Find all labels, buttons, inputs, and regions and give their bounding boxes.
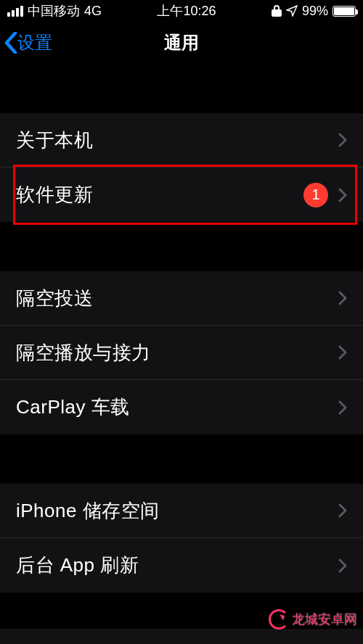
chevron-right-icon xyxy=(338,558,347,574)
battery-icon xyxy=(333,6,356,17)
settings-group: 隔空投送隔空播放与接力CarPlay 车载 xyxy=(0,271,363,434)
row-right xyxy=(338,503,347,519)
carrier-label: 中国移动 xyxy=(28,2,80,20)
row-right xyxy=(338,400,347,416)
group-gap xyxy=(0,222,363,271)
battery-percent: 99% xyxy=(302,4,328,19)
group-gap xyxy=(0,434,363,484)
row-right xyxy=(338,344,347,360)
row-label: 软件更新 xyxy=(16,182,93,207)
back-label: 设置 xyxy=(17,31,52,54)
status-bar: 中国移动 4G 上午10:26 99% xyxy=(0,0,363,22)
row-right xyxy=(338,558,347,574)
watermark-text: 龙城安卓网 xyxy=(292,611,357,628)
status-left: 中国移动 4G xyxy=(7,2,102,20)
signal-icon xyxy=(7,6,23,17)
nav-header: 设置 通用 xyxy=(0,22,363,64)
chevron-right-icon xyxy=(338,187,347,203)
settings-row[interactable]: 日期与时间 xyxy=(0,629,363,644)
row-label: iPhone 储存空间 xyxy=(16,498,160,524)
chevron-right-icon xyxy=(338,503,347,519)
chevron-left-icon xyxy=(4,32,17,54)
settings-row[interactable]: CarPlay 车载 xyxy=(0,380,363,434)
back-button[interactable]: 设置 xyxy=(4,31,52,54)
group-gap xyxy=(0,64,363,113)
row-label: 隔空播放与接力 xyxy=(16,340,151,366)
status-right: 99% xyxy=(272,4,356,19)
watermark-icon xyxy=(269,609,289,629)
watermark: 龙城安卓网 xyxy=(269,609,357,629)
row-label: 后台 App 刷新 xyxy=(16,553,139,578)
chevron-right-icon xyxy=(338,132,347,148)
settings-row[interactable]: 隔空投送 xyxy=(0,271,363,326)
settings-row[interactable]: iPhone 储存空间 xyxy=(0,484,363,538)
page-title: 通用 xyxy=(164,31,199,54)
settings-row[interactable]: 软件更新1 xyxy=(0,168,363,222)
row-right xyxy=(338,132,347,148)
row-label: 关于本机 xyxy=(16,128,93,153)
row-right: 1 xyxy=(303,183,347,207)
chevron-right-icon xyxy=(338,400,347,416)
row-label: 隔空投送 xyxy=(16,286,93,311)
notification-badge: 1 xyxy=(303,183,328,207)
settings-row[interactable]: 关于本机 xyxy=(0,113,363,168)
settings-row[interactable]: 后台 App 刷新 xyxy=(0,538,363,593)
settings-group: 日期与时间 xyxy=(0,629,363,644)
settings-group: 关于本机软件更新1 xyxy=(0,113,363,222)
chevron-right-icon xyxy=(338,290,347,306)
network-label: 4G xyxy=(84,4,102,19)
location-icon xyxy=(286,5,298,17)
row-label: CarPlay 车载 xyxy=(16,395,130,420)
content-scroll[interactable]: 关于本机软件更新1隔空投送隔空播放与接力CarPlay 车载iPhone 储存空… xyxy=(0,64,363,644)
status-time: 上午10:26 xyxy=(157,2,216,20)
row-right xyxy=(338,290,347,306)
settings-row[interactable]: 隔空播放与接力 xyxy=(0,326,363,380)
chevron-right-icon xyxy=(338,344,347,360)
lock-icon xyxy=(272,5,282,17)
settings-group: iPhone 储存空间后台 App 刷新 xyxy=(0,484,363,593)
